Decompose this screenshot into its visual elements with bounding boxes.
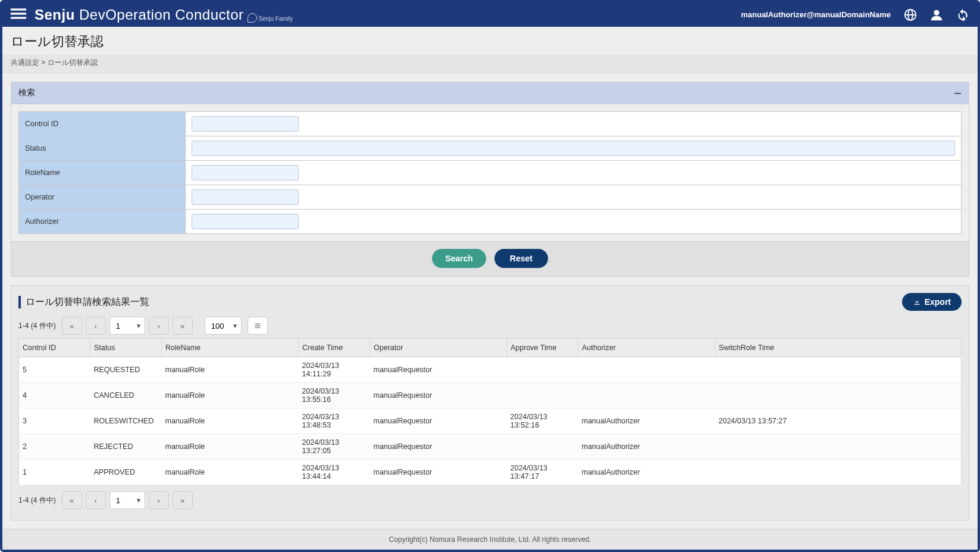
table-row[interactable]: 2REJECTEDmanualRole2024/03/13 13:27:05ma… bbox=[19, 434, 962, 460]
page-last-button-bottom[interactable]: » bbox=[173, 491, 193, 509]
table-cell: REQUESTED bbox=[90, 357, 162, 383]
export-label: Export bbox=[925, 297, 951, 307]
col-header[interactable]: Operator bbox=[370, 339, 507, 357]
table-cell: 1 bbox=[19, 460, 90, 485]
brand-logo: Senju DevOperation Conductor Senju Famil… bbox=[35, 7, 293, 23]
breadcrumb: 共通設定 > ロール切替承認 bbox=[2, 54, 978, 73]
brand-bold: Senju bbox=[35, 7, 75, 23]
page-prev-button[interactable]: ‹ bbox=[86, 317, 106, 335]
pager-info-bottom: 1-4 (4 件中) bbox=[18, 495, 56, 506]
table-cell: 2024/03/13 13:27:05 bbox=[299, 434, 370, 460]
table-cell bbox=[715, 383, 962, 408]
svg-point-6 bbox=[934, 10, 939, 15]
table-cell: manualRequestor bbox=[370, 434, 507, 460]
table-cell: manualAuthorizer bbox=[578, 408, 715, 434]
control-id-input[interactable] bbox=[192, 116, 299, 132]
username-label: manualAuthorizer@manualDomainName bbox=[741, 10, 891, 19]
page-size-select[interactable]: 100 bbox=[205, 317, 242, 335]
col-header[interactable]: SwitchRole Time bbox=[715, 339, 962, 357]
search-panel: 検索 − Control ID Status RoleName bbox=[11, 82, 969, 277]
page-next-button-bottom[interactable]: › bbox=[149, 491, 169, 509]
table-row[interactable]: 3ROLESWITCHEDmanualRole2024/03/13 13:48:… bbox=[19, 408, 962, 434]
svg-rect-7 bbox=[255, 324, 260, 325]
search-panel-header[interactable]: 検索 − bbox=[11, 82, 969, 104]
operator-input[interactable] bbox=[192, 189, 299, 205]
page-first-button-bottom[interactable]: « bbox=[62, 491, 82, 509]
export-button[interactable]: Export bbox=[902, 293, 962, 311]
refresh-icon[interactable] bbox=[956, 8, 969, 21]
table-cell: manualAuthorizer bbox=[578, 434, 715, 460]
table-cell: manualRequestor bbox=[370, 408, 507, 434]
columns-icon[interactable] bbox=[248, 317, 268, 335]
pager-bottom: 1-4 (4 件中) « ‹ 1 › » bbox=[18, 491, 962, 509]
collapse-icon[interactable]: − bbox=[954, 90, 962, 96]
col-header[interactable]: RoleName bbox=[162, 339, 299, 357]
svg-rect-1 bbox=[11, 13, 26, 14]
user-icon[interactable] bbox=[930, 8, 943, 21]
svg-rect-9 bbox=[255, 328, 260, 328]
col-header[interactable]: Control ID bbox=[19, 339, 90, 357]
table-cell: ROLESWITCHED bbox=[90, 408, 162, 434]
col-header[interactable]: Authorizer bbox=[578, 339, 715, 357]
table-cell bbox=[578, 357, 715, 383]
svg-rect-0 bbox=[11, 8, 26, 10]
table-row[interactable]: 5REQUESTEDmanualRole2024/03/13 14:11:29m… bbox=[19, 357, 962, 383]
svg-rect-2 bbox=[11, 17, 26, 18]
svg-rect-8 bbox=[255, 326, 260, 326]
pager-top: 1-4 (4 件中) « ‹ 1 › » 100 bbox=[18, 317, 962, 335]
table-cell: manualRequestor bbox=[370, 383, 507, 408]
page-prev-button-bottom[interactable]: ‹ bbox=[86, 491, 106, 509]
table-cell: manualRequestor bbox=[370, 357, 507, 383]
table-cell: 2 bbox=[19, 434, 90, 460]
table-cell: REJECTED bbox=[90, 434, 162, 460]
table-cell: manualRequestor bbox=[370, 460, 507, 485]
table-cell: manualRole bbox=[162, 383, 299, 408]
table-cell bbox=[507, 383, 578, 408]
table-cell: manualRole bbox=[162, 408, 299, 434]
brand-family: Senju Family bbox=[248, 11, 293, 22]
topbar: Senju DevOperation Conductor Senju Famil… bbox=[2, 2, 978, 27]
reset-button[interactable]: Reset bbox=[494, 249, 548, 268]
results-title: ロール切替申請検索結果一覧 bbox=[18, 296, 149, 308]
search-panel-title: 検索 bbox=[18, 88, 35, 98]
table-cell: CANCELED bbox=[90, 383, 162, 408]
globe-icon[interactable] bbox=[904, 8, 917, 21]
table-cell: 2024/03/13 13:55:16 bbox=[299, 383, 370, 408]
page-first-button[interactable]: « bbox=[62, 317, 82, 335]
table-row[interactable]: 4CANCELEDmanualRole2024/03/13 13:55:16ma… bbox=[19, 383, 962, 408]
table-row[interactable]: 1APPROVEDmanualRole2024/03/13 13:44:14ma… bbox=[19, 460, 962, 485]
search-form-table: Control ID Status RoleName Operator bbox=[18, 111, 962, 234]
breadcrumb-current: ロール切替承認 bbox=[48, 58, 98, 67]
table-cell bbox=[578, 383, 715, 408]
page-title: ロール切替承認 bbox=[2, 27, 978, 54]
table-cell: manualAuthorizer bbox=[578, 460, 715, 485]
label-status: Status bbox=[19, 136, 186, 161]
page-select[interactable]: 1 bbox=[109, 317, 145, 335]
table-cell: 2024/03/13 13:48:53 bbox=[299, 408, 370, 434]
breadcrumb-parent[interactable]: 共通設定 bbox=[11, 58, 39, 67]
authorizer-input[interactable] bbox=[192, 214, 299, 229]
page-select-bottom[interactable]: 1 bbox=[109, 491, 145, 509]
brand-rest: DevOperation Conductor bbox=[75, 7, 244, 23]
label-authorizer: Authorizer bbox=[19, 210, 186, 234]
table-cell: 5 bbox=[19, 357, 90, 383]
download-icon bbox=[913, 298, 921, 306]
footer-copyright: Copyright(c) Nomura Research Institute, … bbox=[2, 529, 978, 550]
label-operator: Operator bbox=[19, 185, 186, 210]
results-panel: ロール切替申請検索結果一覧 Export 1-4 (4 件中) « ‹ 1 › … bbox=[11, 285, 969, 520]
table-cell: 4 bbox=[19, 383, 90, 408]
col-header[interactable]: Create Time bbox=[299, 339, 370, 357]
table-cell: 2024/03/13 13:47:17 bbox=[507, 460, 578, 485]
rolename-input[interactable] bbox=[192, 165, 299, 180]
table-cell: manualRole bbox=[162, 460, 299, 485]
col-header[interactable]: Status bbox=[90, 339, 162, 357]
status-input[interactable] bbox=[192, 141, 955, 156]
table-header-row: Control IDStatusRoleNameCreate TimeOpera… bbox=[19, 339, 962, 357]
table-cell: 2024/03/13 14:11:29 bbox=[299, 357, 370, 383]
col-header[interactable]: Approve Time bbox=[507, 339, 578, 357]
page-next-button[interactable]: › bbox=[149, 317, 169, 335]
table-cell: 2024/03/13 13:57:27 bbox=[715, 408, 962, 434]
search-button[interactable]: Search bbox=[432, 249, 486, 268]
page-last-button[interactable]: » bbox=[173, 317, 193, 335]
menu-icon[interactable] bbox=[11, 6, 26, 24]
